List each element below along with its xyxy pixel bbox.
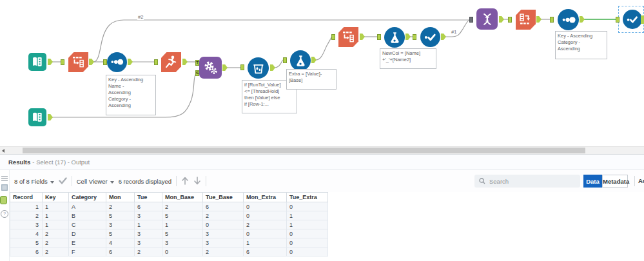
table-cell[interactable]: 1: [43, 211, 69, 220]
table-cell[interactable]: 2: [203, 211, 244, 220]
table-cell[interactable]: 1: [43, 202, 69, 211]
table-cell[interactable]: 0: [287, 247, 328, 256]
table-cell[interactable]: 5: [10, 238, 43, 247]
select-tool-1[interactable]: [420, 27, 440, 47]
table-cell[interactable]: 1: [244, 238, 287, 247]
sort-tool-2[interactable]: [558, 9, 579, 30]
formula1-annotation[interactable]: Extra = [Value]- [Base]: [286, 69, 337, 90]
table-cell[interactable]: 0: [287, 202, 328, 211]
table-cell[interactable]: A: [69, 202, 106, 211]
table-cell[interactable]: 2: [10, 211, 43, 220]
table-cell[interactable]: C: [69, 220, 106, 229]
table-cell[interactable]: 0: [287, 229, 328, 238]
column-header[interactable]: Key: [43, 193, 69, 202]
move-up-icon[interactable]: [181, 177, 189, 186]
column-header[interactable]: Record: [10, 193, 43, 202]
union-tool[interactable]: [476, 8, 498, 30]
canvas-horizontal-scrollbar[interactable]: [0, 146, 644, 154]
input-anchor[interactable]: [154, 59, 158, 65]
append-fields-tool[interactable]: [199, 57, 222, 79]
table-cell[interactable]: 5: [162, 211, 203, 220]
data-tab-button[interactable]: Data: [583, 175, 602, 188]
transpose-tool-2[interactable]: [338, 27, 358, 47]
multi-row-formula-tool[interactable]: [248, 57, 269, 79]
output-anchor[interactable]: [641, 15, 644, 24]
table-cell[interactable]: 2: [106, 202, 135, 211]
input-anchor[interactable]: [61, 59, 64, 65]
workflow-canvas[interactable]: #2 #1 Key - Ascending Name - Ascending C…: [0, 0, 644, 146]
table-cell[interactable]: E: [69, 238, 106, 247]
table-cell[interactable]: 1: [162, 220, 203, 229]
input-anchor-multi[interactable]: [469, 17, 473, 23]
table-cell[interactable]: 2: [244, 220, 287, 229]
table-cell[interactable]: 0: [287, 238, 328, 247]
cell-viewer-dropdown[interactable]: Cell Viewer: [77, 178, 114, 185]
grid-view-icon[interactable]: [1, 182, 8, 193]
table-cell[interactable]: 5: [106, 211, 135, 220]
fields-dropdown[interactable]: 8 of 8 Fields: [14, 178, 54, 185]
table-cell[interactable]: 6: [244, 247, 287, 256]
apply-check-icon[interactable]: [59, 177, 67, 186]
search-input[interactable]: Search: [474, 175, 580, 188]
move-down-icon[interactable]: [193, 177, 201, 186]
input-anchor-source[interactable]: S: [195, 70, 199, 76]
actions-menu[interactable]: Act: [638, 175, 644, 188]
table-cell[interactable]: 3: [135, 238, 162, 247]
transpose-tool-1[interactable]: [68, 52, 88, 72]
scrollbar-thumb[interactable]: [23, 148, 585, 153]
sort1-annotation[interactable]: Key - Ascending Name - Ascending Categor…: [106, 75, 156, 115]
input-anchor[interactable]: [413, 34, 416, 40]
table-cell[interactable]: 3: [203, 238, 244, 247]
select-tool-2-selected[interactable]: [623, 10, 642, 29]
table-cell[interactable]: 1: [287, 220, 328, 229]
table-cell[interactable]: 6: [135, 202, 162, 211]
table-cell[interactable]: 1: [287, 211, 328, 220]
table-cell[interactable]: 3: [135, 229, 162, 238]
table-cell[interactable]: 3: [203, 229, 244, 238]
table-cell[interactable]: 2: [43, 238, 69, 247]
input-anchor[interactable]: [550, 17, 554, 23]
output-port-indicator-icon[interactable]: [0, 196, 7, 204]
table-cell[interactable]: 0: [244, 229, 287, 238]
cross-tab-tool[interactable]: [516, 10, 536, 30]
column-header[interactable]: Mon_Base: [162, 193, 203, 202]
table-cell[interactable]: 1: [43, 220, 69, 229]
input-anchor-target[interactable]: T: [195, 60, 199, 66]
table-cell[interactable]: 6: [10, 247, 43, 256]
sort2-annotation[interactable]: Key - Ascending Category - Ascending: [555, 31, 607, 59]
table-cell[interactable]: 3: [162, 238, 203, 247]
table-cell[interactable]: 0: [244, 211, 287, 220]
input-anchor[interactable]: [240, 64, 244, 70]
table-cell[interactable]: 1: [10, 202, 43, 211]
metadata-tab-button[interactable]: Metadata: [602, 175, 628, 188]
formula-tool-2[interactable]: [384, 27, 405, 48]
input-anchor[interactable]: [377, 34, 381, 40]
table-cell[interactable]: 4: [106, 238, 135, 247]
running-total-tool[interactable]: [161, 52, 181, 72]
table-cell[interactable]: 5: [106, 229, 135, 238]
input-anchor[interactable]: [331, 34, 335, 40]
table-cell[interactable]: D: [69, 229, 106, 238]
table-cell[interactable]: 0: [203, 220, 244, 229]
table-cell[interactable]: 2: [43, 247, 69, 256]
input-anchor[interactable]: [508, 17, 512, 23]
input-data-tool-1[interactable]: [28, 53, 46, 71]
help-icon[interactable]: ?: [1, 210, 8, 218]
column-header[interactable]: Tue_Base: [203, 193, 244, 202]
input-anchor[interactable]: [103, 59, 107, 65]
scroll-left-icon[interactable]: [2, 149, 5, 153]
column-header[interactable]: Tue_Extra: [287, 193, 328, 202]
column-header[interactable]: Tue: [135, 193, 162, 202]
column-header[interactable]: Mon: [106, 193, 135, 202]
table-cell[interactable]: 5: [162, 229, 203, 238]
table-cell[interactable]: B: [69, 211, 106, 220]
table-cell[interactable]: 2: [203, 247, 244, 256]
column-header[interactable]: Mon_Extra: [244, 193, 287, 202]
table-cell[interactable]: 3: [10, 220, 43, 229]
sort-tool-1[interactable]: [107, 52, 127, 72]
table-cell[interactable]: 2: [135, 247, 162, 256]
table-cell[interactable]: 1: [135, 220, 162, 229]
table-cell[interactable]: 0: [162, 247, 203, 256]
input-data-tool-2[interactable]: [28, 108, 46, 126]
formula2-annotation[interactable]: NewCol = [Name] +'_'+[Name2]: [380, 48, 436, 69]
